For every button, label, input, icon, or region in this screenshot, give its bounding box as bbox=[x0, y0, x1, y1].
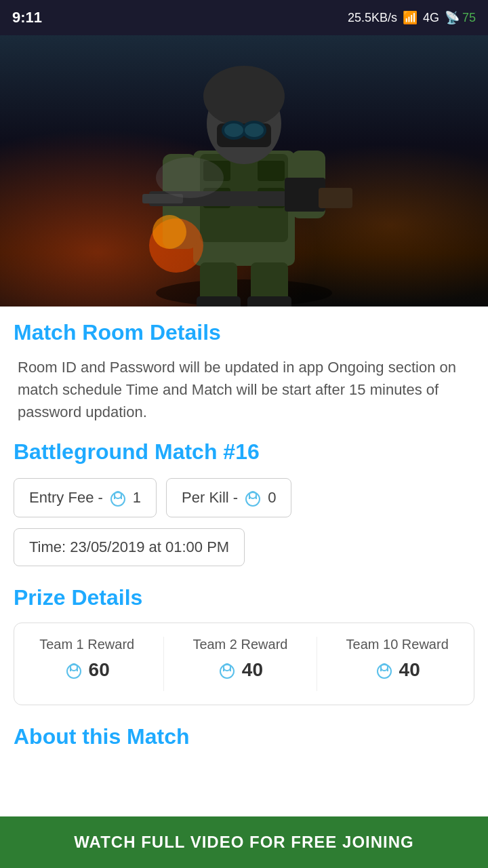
svg-point-0 bbox=[156, 279, 332, 307]
prize-amount-2: 40 bbox=[218, 659, 263, 681]
svg-rect-4 bbox=[258, 161, 285, 181]
prize-coin-icon-3 bbox=[375, 660, 394, 679]
prize-amount-1: 60 bbox=[64, 659, 110, 681]
match-room-title: Match Room Details bbox=[14, 320, 474, 345]
svg-point-25 bbox=[152, 215, 186, 249]
time-label: Time: 23/05/2019 at 01:00 PM bbox=[29, 538, 229, 556]
prize-divider-1 bbox=[163, 637, 165, 691]
signal-type: 4G bbox=[423, 11, 439, 25]
entry-coin-icon bbox=[108, 488, 127, 507]
network-speed: 25.5KB/s bbox=[348, 11, 397, 25]
prize-label-1: Team 1 Reward bbox=[39, 637, 134, 652]
svg-point-8 bbox=[203, 66, 285, 127]
match-room-section: Match Room Details Room ID and Password … bbox=[14, 320, 474, 423]
per-kill-box: Per Kill - 0 bbox=[166, 478, 291, 517]
about-title: About this Match bbox=[14, 724, 474, 749]
kill-coin-icon bbox=[243, 488, 262, 507]
soldier-svg bbox=[136, 42, 352, 307]
room-info-text: Room ID and Password will be updated in … bbox=[14, 356, 474, 423]
prize-divider-2 bbox=[317, 637, 318, 691]
prize-item-1: Team 1 Reward 60 bbox=[39, 637, 134, 681]
about-section: About this Match bbox=[14, 724, 474, 749]
entry-fee-box: Entry Fee - 1 bbox=[14, 478, 157, 517]
wifi-icon: 📡 bbox=[445, 10, 460, 25]
status-right: 25.5KB/s 📶 4G 📡 75 bbox=[348, 10, 476, 25]
prize-card: Team 1 Reward 60 Team 2 Reward bbox=[14, 623, 474, 705]
svg-point-12 bbox=[224, 123, 243, 137]
prize-coin-icon-1 bbox=[64, 660, 83, 679]
svg-point-13 bbox=[245, 123, 264, 137]
bottom-banner-label: WATCH FULL VIDEO FOR FREE JOINING bbox=[74, 833, 413, 851]
prize-item-3: Team 10 Reward 40 bbox=[346, 637, 449, 681]
match-title: Battleground Match #16 bbox=[14, 439, 474, 465]
main-content: Match Room Details Room ID and Password … bbox=[0, 307, 488, 814]
per-kill-label: Per Kill - bbox=[182, 489, 238, 507]
status-bar: 9:11 25.5KB/s 📶 4G 📡 75 bbox=[0, 0, 488, 35]
bottom-banner[interactable]: WATCH FULL VIDEO FOR FREE JOINING bbox=[0, 816, 488, 868]
battery-level: 75 bbox=[462, 11, 476, 24]
svg-rect-22 bbox=[197, 296, 241, 307]
svg-rect-19 bbox=[319, 188, 352, 208]
svg-rect-23 bbox=[247, 296, 291, 307]
prize-coin-icon-2 bbox=[218, 660, 237, 679]
per-kill-value: 0 bbox=[268, 489, 276, 507]
signal-icon: 📶 bbox=[403, 10, 418, 25]
match-info-section: Battleground Match #16 Entry Fee - 1 Per… bbox=[14, 439, 474, 585]
entry-kill-row: Entry Fee - 1 Per Kill - bbox=[14, 478, 474, 517]
battery-indicator: 75 bbox=[465, 11, 476, 25]
prize-value-3: 40 bbox=[399, 659, 420, 681]
prize-title: Prize Details bbox=[14, 585, 474, 610]
prize-amount-3: 40 bbox=[375, 659, 420, 681]
prize-value-1: 60 bbox=[89, 659, 110, 681]
prize-label-3: Team 10 Reward bbox=[346, 637, 449, 652]
entry-fee-value: 1 bbox=[133, 489, 141, 507]
time-box: Time: 23/05/2019 at 01:00 PM bbox=[14, 528, 245, 566]
status-time: 9:11 bbox=[12, 9, 42, 26]
prize-value-2: 40 bbox=[242, 659, 263, 681]
prize-label-2: Team 2 Reward bbox=[192, 637, 287, 652]
svg-point-27 bbox=[156, 157, 224, 198]
hero-image bbox=[0, 35, 488, 307]
entry-fee-label: Entry Fee - bbox=[29, 489, 103, 507]
prize-item-2: Team 2 Reward 40 bbox=[192, 637, 287, 681]
prize-section: Prize Details Team 1 Reward 60 bbox=[14, 585, 474, 705]
